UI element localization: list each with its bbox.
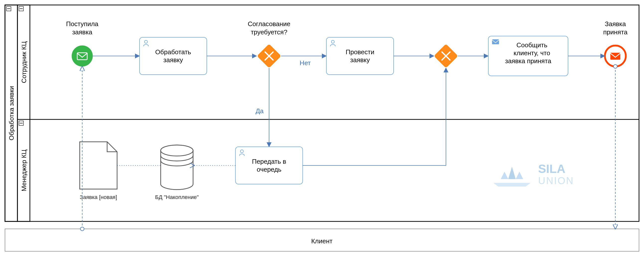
svg-text:UNION: UNION: [538, 175, 574, 186]
svg-text:заявку: заявку: [164, 56, 183, 64]
bpmn-diagram: Обработка заявки Сотрудник КЦ Менеджер К…: [0, 0, 644, 255]
svg-point-8: [72, 45, 93, 66]
edge-label-no: Нет: [300, 59, 311, 67]
envelope-icon: [492, 39, 499, 44]
svg-text:заявка принята: заявка принята: [505, 57, 551, 65]
pool-client-title: Клиент: [311, 237, 332, 245]
svg-text:Обработать: Обработать: [155, 48, 191, 56]
gateway-approval-needed: Согласование труебуется?: [248, 20, 290, 68]
svg-text:Передать в: Передать в: [252, 158, 286, 165]
svg-text:Заявка [новая]: Заявка [новая]: [80, 194, 117, 200]
svg-point-33: [161, 145, 193, 156]
task-queue: Передать в очередь: [236, 147, 303, 184]
data-object-request: Заявка [новая]: [80, 142, 117, 200]
flow: [303, 68, 446, 165]
svg-rect-35: [236, 147, 303, 184]
svg-text:Провести: Провести: [346, 48, 374, 56]
svg-rect-17: [326, 37, 394, 75]
start-event: Поступила заявка: [66, 20, 98, 66]
svg-text:SILA: SILA: [538, 162, 565, 175]
start-event-label: Поступила: [66, 20, 98, 28]
svg-rect-30: [610, 53, 620, 60]
task-process-request: Обработать заявку: [140, 37, 207, 75]
end-event: Заявка принята: [603, 20, 628, 66]
svg-text:заявку: заявку: [350, 56, 370, 64]
start-event-label: заявка: [72, 28, 92, 36]
edge-label-yes: Да: [256, 107, 264, 115]
gateway-merge: [434, 44, 458, 68]
end-event-label: Заявка: [605, 20, 626, 28]
svg-rect-25: [492, 39, 499, 44]
gateway-label: труебуется?: [251, 28, 288, 36]
svg-rect-10: [140, 37, 207, 75]
data-store: БД "Накопление": [155, 145, 199, 200]
task-notify-client: Сообщить клиенту, что заявка принята: [488, 36, 568, 76]
svg-text:очередь: очередь: [257, 166, 282, 173]
pool-title: Обработка заявки: [8, 86, 15, 141]
task-execute-request: Провести заявку: [326, 37, 394, 75]
gateway-label: Согласование: [248, 20, 290, 28]
watermark-logo: SILA UNION: [493, 162, 574, 187]
end-event-label: принята: [603, 28, 628, 36]
lane-2-title: Менеджер КЦ: [20, 150, 28, 191]
lane-1-title: Сотрудник КЦ: [20, 41, 28, 83]
svg-text:Сообщить: Сообщить: [516, 41, 547, 49]
svg-text:БД "Накопление": БД "Накопление": [155, 194, 199, 200]
svg-text:клиенту, что: клиенту, что: [514, 49, 550, 57]
